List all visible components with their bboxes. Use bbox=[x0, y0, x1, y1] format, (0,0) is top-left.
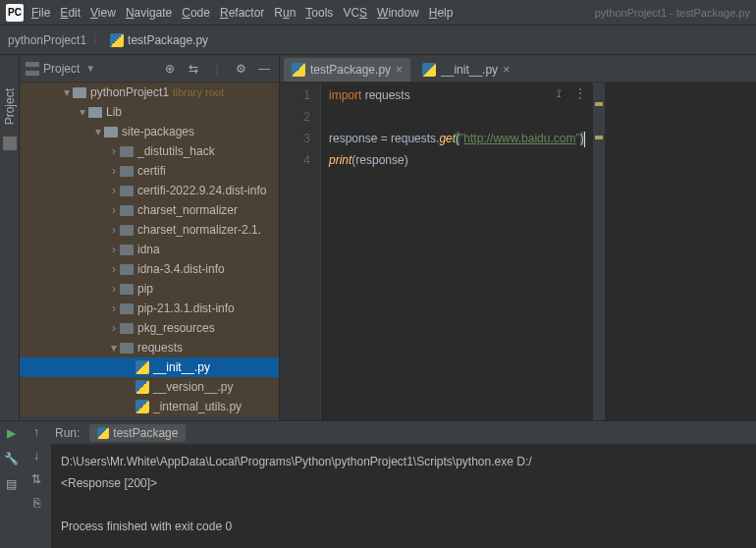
breadcrumb-sep: 〉 bbox=[92, 31, 104, 48]
tree-label: idna-3.4.dist-info bbox=[137, 262, 225, 276]
gear-icon[interactable]: ⚙ bbox=[232, 60, 249, 78]
run-side-actions: ↑ ↓ ⇅ ⎘ bbox=[22, 421, 51, 548]
tree-lib[interactable]: ▾ Lib bbox=[20, 102, 279, 122]
tree-requests[interactable]: ▾requests bbox=[20, 338, 279, 357]
tab-init[interactable]: __init__.py × bbox=[414, 58, 517, 82]
editor-inline-toolbar: ⟟ ⋮ bbox=[550, 84, 589, 102]
structure-tool-icon[interactable] bbox=[3, 137, 17, 150]
tree-label: site-packages bbox=[122, 125, 194, 138]
tree-row[interactable]: ›certifi bbox=[20, 161, 279, 181]
tree-row[interactable]: ›idna bbox=[20, 240, 279, 259]
inspection-icon[interactable]: ⟟ bbox=[550, 84, 567, 102]
wrench-icon[interactable]: 🔧 bbox=[3, 451, 19, 466]
breadcrumb-file[interactable]: testPackage.py bbox=[110, 33, 208, 47]
more-icon[interactable]: ⋮ bbox=[571, 84, 589, 102]
tree-row[interactable]: ›idna-3.4.dist-info bbox=[20, 259, 279, 279]
chevron-right-icon: › bbox=[108, 243, 120, 256]
tree-site-packages[interactable]: ▾ site-packages bbox=[20, 122, 279, 141]
tree-row[interactable]: ›_distutils_hack bbox=[20, 141, 279, 161]
code-content[interactable]: import requests response = requests.get(… bbox=[321, 82, 593, 420]
up-icon[interactable]: ↑ bbox=[33, 425, 39, 439]
breadcrumb-root[interactable]: pythonProject1 bbox=[8, 33, 86, 47]
breadcrumb-file-label: testPackage.py bbox=[128, 33, 208, 47]
project-tree[interactable]: ▾ pythonProject1 library root ▾ Lib ▾ si… bbox=[20, 82, 279, 420]
chevron-right-icon: › bbox=[108, 184, 120, 197]
tree-row[interactable]: ›pip bbox=[20, 279, 279, 299]
menu-file[interactable]: File bbox=[31, 6, 50, 20]
close-icon[interactable]: × bbox=[396, 63, 403, 77]
chevron-right-icon: › bbox=[108, 282, 120, 296]
menu-help[interactable]: Help bbox=[429, 6, 454, 20]
code-editor[interactable]: 1234 import requests response = requests… bbox=[280, 82, 756, 420]
folder-icon bbox=[73, 87, 86, 98]
run-console[interactable]: D:\Users\Mr.White\AppData\Local\Programs… bbox=[51, 445, 756, 548]
code-text: http://www.baidu.com bbox=[463, 132, 575, 145]
breadcrumb-bar: pythonProject1 〉 testPackage.py bbox=[0, 26, 756, 55]
editor-area: testPackage.py × __init__.py × 1234 impo… bbox=[280, 55, 756, 420]
tree-file-init[interactable]: __init__.py bbox=[20, 357, 279, 377]
console-line: <Response [200]> bbox=[61, 476, 157, 490]
code-text: (response) bbox=[351, 153, 407, 167]
tree-label: __init__.py bbox=[153, 360, 210, 374]
filter-icon[interactable]: ⇅ bbox=[31, 472, 41, 486]
folder-icon bbox=[120, 303, 134, 314]
tree-file-internal[interactable]: _internal_utils.py bbox=[20, 397, 279, 416]
tree-file-version[interactable]: __version__.py bbox=[20, 377, 279, 397]
menu-tools[interactable]: Tools bbox=[305, 6, 333, 20]
tree-row[interactable]: ›certifi-2022.9.24.dist-info bbox=[20, 181, 279, 200]
tab-testpackage[interactable]: testPackage.py × bbox=[284, 58, 410, 82]
warning-marker[interactable] bbox=[595, 102, 603, 106]
folder-icon bbox=[120, 186, 134, 196]
console-line: Process finished with exit code 0 bbox=[61, 520, 232, 533]
chevron-right-icon: › bbox=[108, 223, 120, 237]
collapse-icon[interactable]: — bbox=[255, 60, 273, 78]
tree-label: pkg_resources bbox=[137, 321, 215, 335]
menu-navigate[interactable]: Navigate bbox=[126, 6, 172, 20]
export-icon[interactable]: ⎘ bbox=[33, 496, 40, 510]
python-file-icon bbox=[97, 427, 109, 439]
tree-row[interactable]: ›charset_normalizer-2.1. bbox=[20, 220, 279, 240]
expand-all-icon[interactable]: ⇆ bbox=[185, 60, 202, 78]
menu-code[interactable]: Code bbox=[182, 6, 210, 20]
project-tool-tab[interactable]: Project bbox=[1, 84, 19, 129]
run-body: Run: testPackage D:\Users\Mr.White\AppDa… bbox=[51, 421, 756, 548]
menu-run[interactable]: Run bbox=[274, 6, 296, 20]
project-view-selector[interactable]: Project ▼ bbox=[26, 62, 95, 76]
tree-label: _internal_utils.py bbox=[153, 400, 242, 413]
menu-window[interactable]: Window bbox=[377, 6, 419, 20]
down-icon[interactable]: ↓ bbox=[33, 449, 39, 463]
run-config-tab[interactable]: testPackage bbox=[89, 424, 186, 442]
project-tool-window: Project ▼ ⊕ ⇆ | ⚙ — ▾ pythonProject1 lib… bbox=[20, 55, 280, 420]
blank-line bbox=[329, 110, 332, 124]
tree-row[interactable]: ›pkg_resources bbox=[20, 318, 279, 338]
tab-label: testPackage.py bbox=[310, 63, 391, 77]
menu-edit[interactable]: Edit bbox=[60, 6, 81, 20]
error-stripe[interactable] bbox=[593, 82, 605, 420]
code-text: print bbox=[329, 153, 351, 167]
menu-vcs[interactable]: VCS bbox=[343, 6, 367, 20]
layout-icon[interactable]: ▤ bbox=[3, 476, 19, 492]
python-file-icon bbox=[135, 360, 149, 374]
project-header-label: Project bbox=[43, 62, 80, 76]
line-gutter: 1234 bbox=[280, 82, 321, 420]
run-tool-window: ▶ 🔧 ▤ ↑ ↓ ⇅ ⎘ Run: testPackage D:\Users\… bbox=[0, 420, 756, 548]
tree-label: Lib bbox=[106, 105, 122, 119]
menu-view[interactable]: View bbox=[90, 6, 116, 20]
tree-label: certifi-2022.9.24.dist-info bbox=[137, 184, 266, 197]
tree-project-root[interactable]: ▾ pythonProject1 library root bbox=[20, 82, 279, 102]
tree-label: pythonProject1 bbox=[90, 85, 169, 99]
run-icon[interactable]: ▶ bbox=[3, 425, 19, 441]
close-icon[interactable]: × bbox=[503, 63, 510, 77]
tree-label: pip bbox=[137, 282, 153, 296]
chevron-down-icon: ▾ bbox=[61, 85, 73, 99]
chevron-right-icon: › bbox=[108, 262, 120, 276]
tree-row[interactable]: ›charset_normalizer bbox=[20, 200, 279, 220]
folder-icon bbox=[120, 323, 134, 334]
chevron-right-icon: › bbox=[108, 203, 120, 217]
warning-marker[interactable] bbox=[595, 136, 603, 139]
editor-tabs: testPackage.py × __init__.py × bbox=[280, 55, 756, 82]
project-header: Project ▼ ⊕ ⇆ | ⚙ — bbox=[20, 55, 279, 82]
menu-refactor[interactable]: Refactor bbox=[220, 6, 264, 20]
locate-icon[interactable]: ⊕ bbox=[161, 60, 179, 78]
tree-row[interactable]: ›pip-21.3.1.dist-info bbox=[20, 299, 279, 318]
